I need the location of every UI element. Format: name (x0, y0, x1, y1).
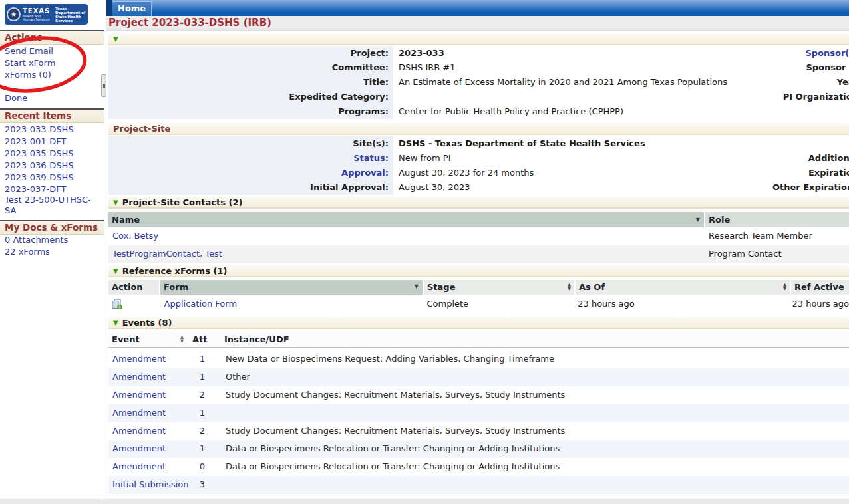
field-label: Site(s): (108, 136, 393, 151)
copy-form-icon[interactable] (112, 299, 122, 309)
approval-label-link[interactable]: Approval: (108, 166, 393, 180)
collapse-icon[interactable]: ▼ (113, 199, 118, 206)
contact-row: TestProgramContact, Test Program Contact (108, 245, 849, 263)
collapse-icon[interactable]: ▼ (113, 267, 118, 275)
contacts-title: Project-Site Contacts (2) (122, 197, 243, 207)
event-row: Amendment 1 Data or Biospecimens Relocat… (108, 440, 849, 458)
collapse-icon[interactable]: ▼ (113, 35, 118, 43)
event-instance: Data or Biospecimens Relocation or Trans… (216, 458, 849, 476)
texas-seal-icon: ★ (7, 7, 21, 21)
event-link[interactable]: Amendment (108, 422, 188, 440)
column-header-instance-udf: Instance/UDF (215, 332, 849, 347)
events-section-bar[interactable]: ▼Events (8) (108, 317, 849, 329)
event-instance: Data or Biospecimens Relocation or Trans… (216, 440, 849, 458)
sidebar-collapse-handle[interactable] (101, 74, 106, 97)
column-header-att: Att (187, 332, 215, 347)
event-row: Amendment 2 Study Document Changes: Recr… (108, 386, 849, 404)
sidebar-item-xforms-count[interactable]: xForms (0) (5, 69, 51, 80)
as-of-cell: 23 hours ago (574, 295, 788, 313)
status-value: New from PI (393, 151, 451, 166)
expiration-label: Expiration (579, 166, 849, 180)
column-header-stage[interactable]: Stage▲▼ (423, 280, 574, 295)
sort-icon[interactable]: ▲▼ (180, 336, 184, 343)
sidebar-item-recent-1[interactable]: 2023-001-DFT (5, 136, 66, 147)
event-row: Amendment 1 New Data or Biospecimens Req… (108, 350, 849, 368)
actions-header: Actions (0, 30, 104, 45)
project-number: 2023-033 (393, 46, 444, 61)
sidebar-item-recent-4[interactable]: 2023-039-DSHS (5, 172, 74, 183)
column-header-role[interactable]: Role (704, 212, 849, 227)
event-link[interactable]: Amendment (108, 350, 188, 368)
event-att-count: 1 (188, 350, 216, 368)
xform-link[interactable]: Application Form (160, 295, 424, 313)
sidebar-item-recent-6[interactable]: Test 23-500-UTHSC-SA (5, 195, 102, 216)
event-row: Amendment 1 Other (108, 368, 849, 386)
collapse-icon[interactable]: ▼ (113, 319, 118, 326)
tab-home[interactable]: Home (112, 1, 152, 16)
column-header-event[interactable]: Event▲▼ (108, 332, 187, 347)
reference-xforms-title: Reference xForms (1) (122, 266, 228, 276)
expedited-category-value (393, 90, 399, 104)
sidebar-item-attachments[interactable]: 0 Attachments (5, 234, 68, 245)
top-nav-left-edge (106, 0, 112, 16)
event-att-count: 1 (188, 404, 216, 422)
additional-label: Additional (579, 151, 849, 166)
contact-name-link[interactable]: Cox, Betsy (108, 227, 705, 245)
logo-org-name: TEXAS (23, 8, 51, 15)
column-header-ref-active[interactable]: Ref Active (790, 280, 849, 295)
sidebar-item-start-xform[interactable]: Start xForm (5, 57, 55, 68)
sort-icon[interactable]: ▲▼ (568, 283, 571, 291)
event-instance (216, 404, 849, 422)
sidebar-item-done[interactable]: Done (5, 92, 27, 104)
sidebar: ★ TEXAS Health and Human Services Texas … (0, 0, 104, 499)
field-label: Committee: (108, 61, 393, 75)
event-link[interactable]: Amendment (108, 458, 188, 476)
sidebar-item-recent-2[interactable]: 2023-035-DSHS (5, 148, 74, 159)
event-link[interactable]: Initial Submission (108, 476, 188, 494)
event-link[interactable]: Amendment (108, 440, 188, 458)
contact-row: Cox, Betsy Research Team Member (108, 227, 849, 245)
events-title: Events (8) (122, 318, 172, 328)
committee-value: DSHS IRB #1 (393, 61, 456, 75)
field-label: Project: (108, 46, 393, 61)
reference-xforms-table-header: Action Form▼ Stage▲▼ As Of▲▼ Ref Active (108, 280, 849, 295)
sidebar-item-recent-3[interactable]: 2023-036-DSHS (5, 160, 74, 171)
event-att-count: 3 (188, 476, 216, 494)
reference-xform-row: Application Form Complete 23 hours ago 2… (108, 295, 849, 313)
reference-xforms-section-bar[interactable]: ▼Reference xForms (1) (108, 265, 849, 277)
contact-name-link[interactable]: TestProgramContact, Test (108, 245, 705, 263)
event-instance: Study Document Changes: Recruitment Mate… (216, 422, 849, 440)
sidebar-item-recent-5[interactable]: 2023-037-DFT (5, 184, 66, 195)
column-header-form[interactable]: Form▼ (159, 280, 423, 295)
initial-approval-value: August 30, 2023 (393, 180, 470, 195)
event-row: Amendment 0 Data or Biospecimens Relocat… (108, 458, 849, 476)
sidebar-item-recent-0[interactable]: 2023-033-DSHS (5, 124, 74, 135)
event-att-count: 2 (188, 422, 216, 440)
contacts-table-header: Name▼ Role (108, 212, 849, 227)
mydocs-header: My Docs & xForms (0, 220, 104, 235)
event-instance (216, 476, 849, 494)
summary-section-bar[interactable]: ▼ (108, 33, 849, 45)
pi-label: PI (579, 136, 849, 151)
event-link[interactable]: Amendment (108, 404, 188, 422)
field-row: Programs: Center for Public Health Polic… (108, 104, 849, 119)
event-link[interactable]: Amendment (108, 368, 188, 386)
column-header-name[interactable]: Name▼ (108, 212, 704, 227)
contacts-section-bar[interactable]: ▼Project-Site Contacts (2) (108, 197, 849, 209)
sidebar-item-send-email[interactable]: Send Email (5, 45, 53, 57)
status-label-link[interactable]: Status: (108, 151, 393, 166)
ref-active-cell: 23 hours ago (788, 295, 849, 313)
event-instance: Other (216, 368, 849, 386)
action-cell (108, 295, 160, 313)
sort-icon[interactable]: ▲▼ (783, 283, 786, 291)
event-instance: New Data or Biospecimens Request: Adding… (216, 350, 849, 368)
other-expirations-label: Other Expirations (579, 180, 849, 195)
event-link[interactable]: Amendment (108, 386, 188, 404)
sort-desc-icon[interactable]: ▼ (415, 279, 419, 294)
column-header-as-of[interactable]: As Of▲▼ (574, 280, 790, 295)
field-label: Title: (108, 75, 393, 90)
sort-desc-icon[interactable]: ▼ (696, 212, 700, 227)
logo-divider (53, 9, 53, 21)
sidebar-item-my-xforms[interactable]: 22 xForms (5, 246, 50, 257)
sponsors-label[interactable]: Sponsor(s) (579, 46, 849, 61)
